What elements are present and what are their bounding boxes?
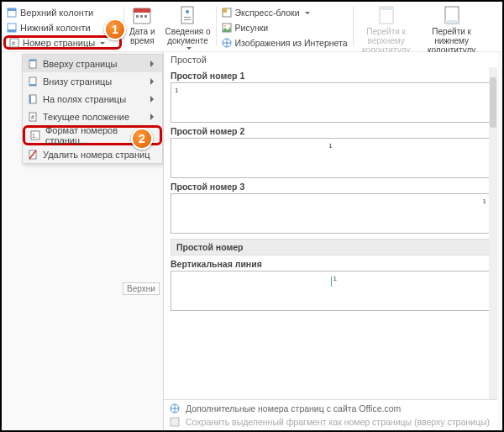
- gallery-item-simple-3[interactable]: Простой номер 3 1: [171, 182, 491, 234]
- preview-box: 1: [171, 138, 491, 178]
- label: Сохранить выделенный фрагмент как номер …: [186, 417, 490, 427]
- label-line-2: время: [130, 36, 155, 45]
- chevron-right-icon: [150, 96, 157, 103]
- label-line-1: Дата и: [129, 27, 155, 36]
- submenu-item-current-position[interactable]: # Текущее положение: [23, 108, 162, 125]
- svg-rect-1: [8, 8, 16, 11]
- svg-rect-29: [29, 95, 31, 103]
- svg-rect-37: [171, 418, 179, 426]
- gallery-item-simple-1[interactable]: Простой номер 1 1: [171, 71, 491, 123]
- gallery-body: Простой номер 1 1 Простой номер 2 1 Прос…: [164, 67, 497, 399]
- preview-box: 1: [171, 193, 491, 234]
- svg-rect-11: [181, 7, 193, 24]
- gallery-item-vertical-line[interactable]: Вертикальная линия 1: [171, 259, 491, 311]
- svg-rect-16: [223, 8, 227, 13]
- svg-rect-7: [134, 8, 150, 13]
- format-numbers-icon: 1.: [30, 130, 40, 140]
- chevron-right-icon: [150, 113, 157, 120]
- svg-point-18: [224, 25, 226, 27]
- label: Экспресс-блоки: [235, 8, 300, 18]
- label: На полях страницы: [43, 94, 126, 104]
- goto-header-icon: [376, 5, 396, 25]
- quick-parts-button[interactable]: Экспресс-блоки: [218, 5, 351, 19]
- page-number-gallery: Простой Простой номер 1 1 Простой номер …: [163, 52, 497, 430]
- svg-point-12: [186, 10, 189, 13]
- gallery-footer: Дополнительные номера страниц с сайта Of…: [164, 399, 497, 430]
- label: Текущее положение: [43, 112, 129, 122]
- more-from-office-button[interactable]: Дополнительные номера страниц с сайта Of…: [169, 403, 492, 414]
- footer-icon: [7, 23, 17, 33]
- label: Нижний колонти: [20, 23, 91, 33]
- label: Внизу страницы: [43, 76, 112, 87]
- header-area-tag: Верхни: [123, 282, 160, 295]
- svg-rect-10: [144, 15, 147, 18]
- label-line-2: документе: [167, 36, 208, 45]
- save-icon: [169, 416, 181, 428]
- label: Изображения из Интернета: [235, 38, 348, 48]
- chevron-right-icon: [150, 78, 157, 85]
- gallery-scrollbar[interactable]: [489, 67, 497, 399]
- svg-text:#: #: [12, 40, 15, 46]
- page-number-icon: #: [9, 38, 19, 48]
- svg-rect-25: [29, 60, 36, 61]
- svg-rect-23: [445, 20, 459, 24]
- label: Верхний колонти: [20, 8, 93, 18]
- date-time-button[interactable]: Дата и время: [124, 3, 160, 50]
- label-line-1: Сведения о: [165, 27, 211, 36]
- gallery-category-header-2: Простой номер: [171, 239, 491, 256]
- picture-icon: [222, 23, 232, 33]
- label: Рисунки: [235, 23, 269, 33]
- pictures-button[interactable]: Рисунки: [218, 20, 351, 34]
- page-bottom-icon: [28, 76, 38, 87]
- page-number-button[interactable]: # Номер страницы: [3, 35, 122, 50]
- online-picture-icon: [222, 38, 232, 48]
- item-title: Простой номер 2: [171, 126, 491, 136]
- label: Номер страницы: [23, 38, 95, 48]
- quick-parts-icon: [222, 8, 232, 18]
- svg-rect-8: [136, 15, 139, 18]
- svg-rect-3: [8, 29, 16, 32]
- goto-footer-icon: [442, 5, 462, 25]
- svg-rect-14: [184, 19, 191, 20]
- submenu-item-top-of-page[interactable]: Вверху страницы: [23, 55, 162, 72]
- gallery-item-simple-2[interactable]: Простой номер 2 1: [171, 126, 491, 178]
- svg-text:#: #: [31, 114, 34, 120]
- label-line-1: Перейти к верхнему: [359, 27, 414, 45]
- item-title: Простой номер 3: [171, 182, 491, 192]
- calendar-icon: [132, 5, 152, 25]
- online-pictures-button[interactable]: Изображения из Интернета: [218, 35, 351, 50]
- page-current-icon: #: [28, 112, 38, 122]
- svg-rect-27: [29, 84, 36, 86]
- goto-footer-button[interactable]: Перейти к нижнему колонтитулу: [419, 3, 485, 50]
- svg-rect-9: [140, 15, 143, 18]
- insert-parts-group: Экспресс-блоки Рисунки Изображения из Ин…: [217, 3, 353, 51]
- globe-icon: [169, 403, 181, 414]
- label: Удалить номера страниц: [43, 150, 150, 160]
- callout-2: 2: [131, 128, 153, 150]
- ribbon-chunk: Верхний колонти Нижний колонти # Номер с…: [2, 2, 502, 52]
- remove-numbers-icon: [28, 150, 38, 160]
- item-title: Вертикальная линия: [171, 259, 491, 269]
- page-margin-icon: [28, 94, 38, 104]
- submenu-item-page-margins[interactable]: На полях страницы: [23, 90, 162, 108]
- svg-text:1.: 1.: [32, 133, 37, 139]
- label: Вверху страницы: [43, 59, 117, 69]
- doc-info-icon: [178, 5, 198, 25]
- label-line-1: Перейти к нижнему: [424, 27, 480, 45]
- header-button[interactable]: Верхний колонти: [3, 5, 122, 19]
- goto-header-button[interactable]: Перейти к верхнему колонтитулу: [354, 3, 419, 50]
- document-info-button[interactable]: Сведения о документе: [160, 3, 216, 50]
- save-selection-button: Сохранить выделенный фрагмент как номер …: [169, 416, 492, 428]
- svg-rect-13: [184, 17, 191, 18]
- callout-1: 1: [104, 18, 126, 40]
- svg-rect-21: [380, 7, 393, 10]
- chevron-right-icon: [150, 61, 157, 67]
- preview-box: 1: [171, 271, 491, 311]
- header-icon: [7, 8, 17, 18]
- submenu-item-bottom-of-page[interactable]: Внизу страницы: [23, 72, 162, 90]
- gallery-category-header: Простой: [164, 52, 497, 67]
- scrollbar-thumb[interactable]: [490, 77, 496, 128]
- preview-box: 1: [171, 82, 491, 123]
- page-top-icon: [28, 59, 38, 69]
- label: Дополнительные номера страниц с сайта Of…: [186, 403, 401, 414]
